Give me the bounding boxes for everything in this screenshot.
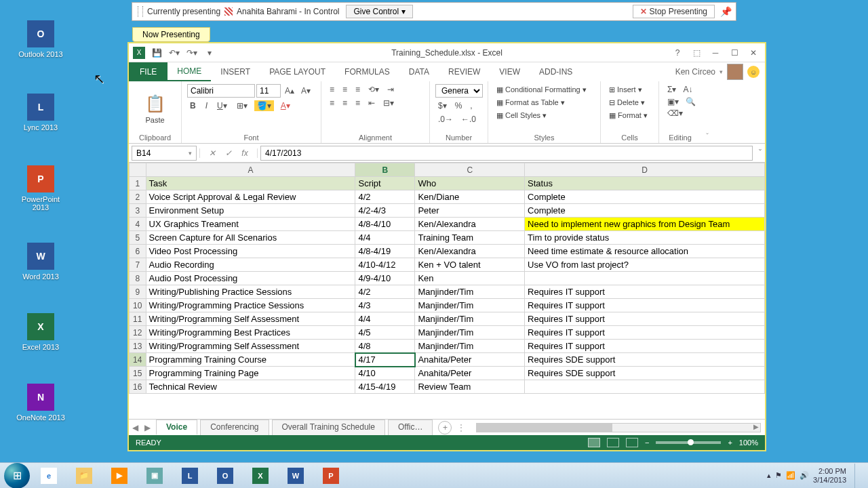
cell[interactable]: Status [525, 177, 765, 190]
cell[interactable]: Training Team [415, 231, 525, 245]
cell[interactable]: Manjinder/Tim [415, 285, 525, 299]
underline-button[interactable]: U▾ [214, 100, 230, 111]
sort-button[interactable]: A↓ [680, 84, 695, 95]
cell[interactable]: Audio Post Processing [146, 272, 355, 285]
row-header-9[interactable]: 9 [130, 285, 146, 299]
pin-icon[interactable]: 📌 [720, 6, 732, 17]
sheet-tab-voice[interactable]: Voice [156, 420, 197, 435]
cell[interactable]: Manjinder/Tim [415, 312, 525, 326]
cell[interactable]: Requires IT support [525, 312, 765, 326]
taskbar-app[interactable]: O [209, 466, 241, 486]
decrease-font-button[interactable]: A▾ [298, 85, 313, 96]
horizontal-scrollbar[interactable]: ◀ ▶ [476, 423, 761, 432]
cell[interactable]: 4/15-4/19 [355, 380, 415, 394]
cell[interactable]: 4/8-4/10 [355, 218, 415, 231]
cell[interactable]: Manjinder/Tim [415, 340, 525, 353]
align-center-button[interactable]: ≡ [340, 98, 350, 108]
row-header-5[interactable]: 5 [130, 231, 146, 245]
cell[interactable]: Requires IT support [525, 326, 765, 340]
cell[interactable]: Anahita/Peter [415, 367, 525, 380]
show-hidden-tray-button[interactable]: ▴ [767, 471, 771, 480]
taskbar-app[interactable]: ▶ [103, 466, 136, 486]
cell-styles-button[interactable]: ▦ Cell Styles ▾ [494, 110, 595, 121]
row-header-6[interactable]: 6 [130, 245, 146, 258]
cell[interactable]: Writing/Programming Practice Sessions [146, 299, 355, 312]
align-left-button[interactable]: ≡ [327, 98, 337, 108]
comma-button[interactable]: , [467, 100, 475, 111]
page-break-view-button[interactable] [626, 438, 638, 447]
zoom-slider[interactable] [656, 441, 721, 444]
cell[interactable]: 4/10-4/12 [355, 258, 415, 272]
align-right-button[interactable]: ≡ [353, 98, 363, 108]
volume-tray-icon[interactable]: 🔊 [800, 471, 809, 480]
row-header-3[interactable]: 3 [130, 204, 146, 218]
tab-view[interactable]: VIEW [490, 62, 530, 81]
format-as-table-button[interactable]: ▦ Format as Table ▾ [494, 97, 595, 108]
desktop-icon-powerpoint-2013[interactable]: PPowerPoint 2013 [14, 165, 68, 211]
row-header-4[interactable]: 4 [130, 218, 146, 231]
currency-button[interactable]: $▾ [435, 100, 450, 111]
wrap-button[interactable]: ⇥ [384, 84, 397, 95]
insert-function-button[interactable]: fx [238, 148, 252, 158]
cell[interactable]: Requires IT support [525, 340, 765, 353]
flag-tray-icon[interactable]: ⚑ [775, 471, 782, 480]
bold-button[interactable]: B [187, 100, 199, 111]
row-header-2[interactable]: 2 [130, 190, 146, 204]
user-name[interactable]: Ken Circeo [675, 67, 715, 77]
cell[interactable]: Ken/Alexandra [415, 218, 525, 231]
collapse-ribbon-button[interactable]: ˇ [701, 81, 713, 143]
cell[interactable]: Complete [525, 190, 765, 204]
taskbar-app[interactable]: W [279, 466, 312, 486]
start-button[interactable]: ⊞ [4, 463, 30, 489]
format-cells-button[interactable]: ▦ Format ▾ [606, 110, 653, 121]
cell[interactable]: 4/3 [355, 299, 415, 312]
tab-add-ins[interactable]: ADD-INS [530, 62, 582, 81]
row-header-13[interactable]: 13 [130, 340, 146, 353]
cell[interactable]: 4/2 [355, 190, 415, 204]
tab-review[interactable]: REVIEW [439, 62, 490, 81]
conditional-formatting-button[interactable]: ▦ Conditional Formatting ▾ [494, 84, 595, 96]
stop-presenting-button[interactable]: ✕Stop Presenting [633, 5, 715, 18]
show-desktop-button[interactable] [854, 464, 861, 488]
taskbar-app[interactable]: ▣ [138, 466, 171, 486]
tab-insert[interactable]: INSERT [211, 62, 260, 81]
system-clock[interactable]: 2:00 PM 3/14/2013 [813, 467, 846, 485]
cell[interactable]: Need to implement new graphics from Desi… [525, 218, 765, 231]
cell[interactable]: Environment Setup [146, 204, 355, 218]
row-header-7[interactable]: 7 [130, 258, 146, 272]
tab-formulas[interactable]: FORMULAS [335, 62, 399, 81]
redo-button[interactable]: ↷▾ [186, 47, 198, 59]
indent-dec-button[interactable]: ⇤ [366, 98, 378, 108]
drag-handle-icon[interactable] [138, 6, 143, 17]
cell[interactable]: Need time estimate & resource allocation [525, 245, 765, 258]
font-name-select[interactable] [187, 84, 255, 98]
increase-font-button[interactable]: A▴ [282, 85, 297, 96]
cell[interactable]: Writing/Programming Self Assessment [146, 312, 355, 326]
cell[interactable]: Review Team [415, 380, 525, 394]
cell[interactable]: Voice Script Approval & Legal Review [146, 190, 355, 204]
desktop-icon-word-2013[interactable]: WWord 2013 [14, 243, 68, 281]
sheet-tab-overall-training-schedule[interactable]: Overall Training Schedule [272, 420, 385, 435]
sheet-tab-offic-[interactable]: Offic… [388, 420, 433, 435]
cell[interactable]: Anahita/Peter [415, 353, 525, 367]
column-header-A[interactable]: A [146, 163, 355, 177]
cell[interactable]: Complete [525, 204, 765, 218]
cell[interactable]: UX Graphics Treament [146, 218, 355, 231]
fill-color-button[interactable]: 🪣▾ [254, 100, 274, 111]
excel-icon[interactable]: X [133, 47, 145, 59]
row-header-11[interactable]: 11 [130, 312, 146, 326]
orientation-button[interactable]: ⟲▾ [366, 84, 382, 95]
cell[interactable] [525, 272, 765, 285]
font-color-button[interactable]: A▾ [278, 100, 293, 111]
cell[interactable]: Requires IT support [525, 299, 765, 312]
zoom-in-button[interactable]: + [728, 439, 732, 447]
name-box[interactable]: B14▾ [132, 146, 197, 161]
cell[interactable]: Ken/Diane [415, 190, 525, 204]
cell[interactable]: 4/4 [355, 231, 415, 245]
cell[interactable]: Task [146, 177, 355, 190]
cell[interactable]: Ken/Alexandra [415, 245, 525, 258]
expand-formula-button[interactable]: ˇ [755, 148, 765, 158]
ribbon-options-button[interactable]: ⬚ [689, 47, 704, 58]
cell[interactable]: 4/10 [355, 367, 415, 380]
cell[interactable]: 4/4 [355, 312, 415, 326]
